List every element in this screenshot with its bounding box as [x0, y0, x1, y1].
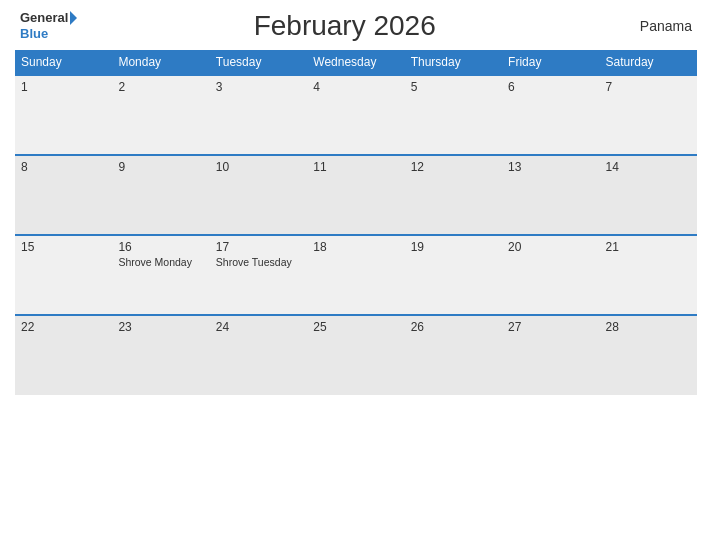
logo: General Blue [20, 10, 77, 41]
day-number: 21 [606, 240, 691, 254]
table-row: 13 [502, 155, 599, 235]
day-number: 4 [313, 80, 398, 94]
table-row: 9 [112, 155, 209, 235]
calendar-header: General Blue February 2026 Panama [15, 10, 697, 42]
table-row: 12 [405, 155, 502, 235]
day-number: 7 [606, 80, 691, 94]
table-row: 2 [112, 75, 209, 155]
table-row: 8 [15, 155, 112, 235]
table-row: 27 [502, 315, 599, 395]
day-number: 17 [216, 240, 301, 254]
table-row: 7 [600, 75, 697, 155]
day-number: 6 [508, 80, 593, 94]
header-tuesday: Tuesday [210, 50, 307, 75]
table-row: 3 [210, 75, 307, 155]
day-number: 3 [216, 80, 301, 94]
day-number: 5 [411, 80, 496, 94]
table-row: 21 [600, 235, 697, 315]
day-number: 2 [118, 80, 203, 94]
table-row: 16Shrove Monday [112, 235, 209, 315]
day-number: 18 [313, 240, 398, 254]
table-row: 25 [307, 315, 404, 395]
table-row: 23 [112, 315, 209, 395]
table-row: 26 [405, 315, 502, 395]
day-number: 20 [508, 240, 593, 254]
table-row: 1 [15, 75, 112, 155]
logo-blue-text: Blue [20, 26, 77, 42]
day-number: 23 [118, 320, 203, 334]
day-number: 19 [411, 240, 496, 254]
day-number: 11 [313, 160, 398, 174]
table-row: 4 [307, 75, 404, 155]
calendar-wrapper: General Blue February 2026 Panama Sunday… [0, 0, 712, 550]
header-sunday: Sunday [15, 50, 112, 75]
header-saturday: Saturday [600, 50, 697, 75]
table-row: 24 [210, 315, 307, 395]
table-row: 18 [307, 235, 404, 315]
day-number: 10 [216, 160, 301, 174]
table-row: 15 [15, 235, 112, 315]
day-number: 26 [411, 320, 496, 334]
day-number: 9 [118, 160, 203, 174]
header-wednesday: Wednesday [307, 50, 404, 75]
day-number: 15 [21, 240, 106, 254]
header-friday: Friday [502, 50, 599, 75]
table-row: 20 [502, 235, 599, 315]
table-row: 22 [15, 315, 112, 395]
calendar-week-row: 1516Shrove Monday17Shrove Tuesday1819202… [15, 235, 697, 315]
header-monday: Monday [112, 50, 209, 75]
table-row: 5 [405, 75, 502, 155]
days-header-row: Sunday Monday Tuesday Wednesday Thursday… [15, 50, 697, 75]
day-number: 27 [508, 320, 593, 334]
calendar-week-row: 22232425262728 [15, 315, 697, 395]
day-number: 13 [508, 160, 593, 174]
day-number: 28 [606, 320, 691, 334]
table-row: 6 [502, 75, 599, 155]
day-number: 8 [21, 160, 106, 174]
day-number: 14 [606, 160, 691, 174]
table-row: 11 [307, 155, 404, 235]
event-label: Shrove Tuesday [216, 256, 301, 268]
day-number: 25 [313, 320, 398, 334]
logo-triangle-icon [70, 11, 77, 25]
table-row: 14 [600, 155, 697, 235]
day-number: 12 [411, 160, 496, 174]
country-label: Panama [612, 18, 692, 34]
table-row: 19 [405, 235, 502, 315]
header-thursday: Thursday [405, 50, 502, 75]
calendar-table: Sunday Monday Tuesday Wednesday Thursday… [15, 50, 697, 395]
day-number: 16 [118, 240, 203, 254]
calendar-week-row: 891011121314 [15, 155, 697, 235]
calendar-week-row: 1234567 [15, 75, 697, 155]
table-row: 10 [210, 155, 307, 235]
day-number: 24 [216, 320, 301, 334]
table-row: 28 [600, 315, 697, 395]
event-label: Shrove Monday [118, 256, 203, 268]
calendar-title: February 2026 [77, 10, 612, 42]
day-number: 1 [21, 80, 106, 94]
table-row: 17Shrove Tuesday [210, 235, 307, 315]
day-number: 22 [21, 320, 106, 334]
logo-general-text: General [20, 10, 68, 26]
